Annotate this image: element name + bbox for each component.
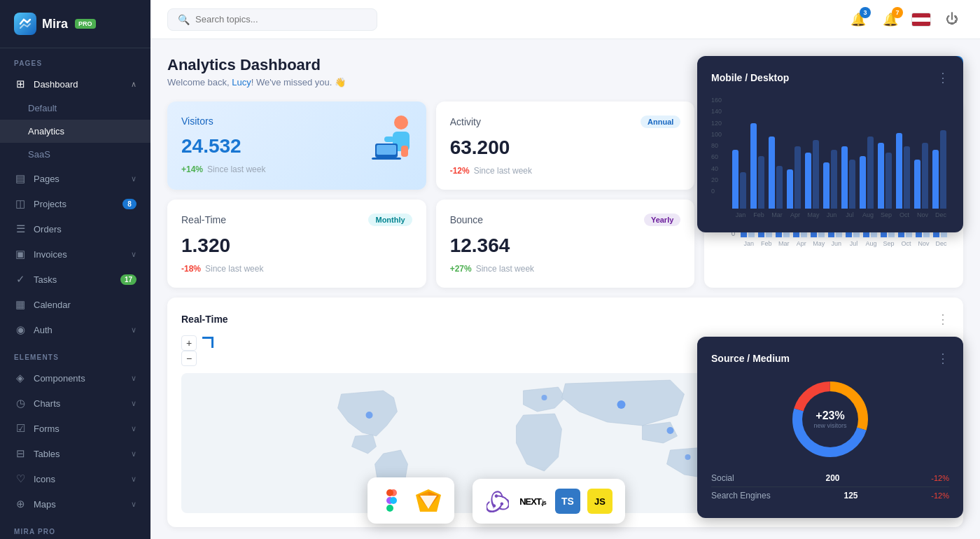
svg-point-17 [386,489,393,496]
realtime-change: -18% Since last week [181,264,412,274]
source-social-name: Social [711,473,734,483]
language-flag[interactable] [911,13,931,27]
chevron-tables-icon: ∨ [131,449,136,458]
sidebar-label-invoices: Invoices [34,249,67,260]
svg-point-19 [390,497,397,504]
realtime-card: Real-Time Monthly 1.320 -18% Since last … [167,200,426,288]
svg-point-10 [685,454,691,460]
elements-section-label: ELEMENTS [0,342,150,365]
svg-point-0 [394,115,408,130]
sidebar-item-dashboard[interactable]: ⊞ Dashboard ∧ [0,71,150,97]
calendar-icon: ▦ [14,298,27,311]
sidebar-label-auth: Auth [34,325,52,335]
dark-bar-light-6 [849,160,855,209]
sidebar-item-pages[interactable]: ▤ Pages ∨ [0,166,150,191]
map-title: Real-Time [181,314,228,325]
tech-logos-card-1 [368,477,454,524]
donut-inner: +23% new visitors [802,391,858,447]
dark-bar-dark-2 [769,136,775,209]
sidebar-sub-label-saas: SaaS [28,149,50,160]
dark-bar-group-4 [805,140,822,209]
pages-icon: ▤ [14,172,27,185]
map-zoom-in[interactable]: + [181,335,197,351]
dark-bar-group-3 [787,146,804,209]
x-axis-labels: JanFebMarAprMayJunJulAugSepOctNovDec [741,240,949,247]
sidebar-item-default[interactable]: Default [0,97,150,120]
dark-bar-light-10 [922,143,928,209]
map-flag-indicator [202,337,214,348]
chevron-auth-icon: ∨ [131,326,136,335]
notifications-button[interactable]: 🔔 3 [847,8,869,31]
sidebar-item-orders[interactable]: ☰ Orders [0,216,150,241]
activity-value: 63.200 [450,136,681,159]
activity-card: Activity Annual 63.200 -12% Since last w… [436,102,695,190]
sidebar-label-tables: Tables [34,449,60,459]
orders-icon: ☰ [14,223,27,235]
dark-y-axis: 160 140 120 100 80 60 40 20 0 [711,97,722,195]
maps-icon: ⊕ [14,498,27,510]
content-area: Analytics Dashboard Welcome back, Lucy! … [150,39,980,539]
source-item-social: Social 200 -12% [711,470,949,487]
pages-section-label: PAGES [0,48,150,71]
sidebar-item-invoices[interactable]: ▣ Invoices ∨ [0,241,150,267]
dark-bar-group-1 [750,123,767,209]
mobile-desktop-dark-card: Mobile / Desktop ⋮ 160 140 120 100 80 60… [697,56,963,232]
mirapro-section-label: MIRA PRO [0,517,150,539]
sidebar-item-saas[interactable]: SaaS [0,143,150,166]
dark-bar-dark-0 [732,150,738,209]
source-search-change: -12% [931,491,949,500]
dark-x-label-1: Feb [750,211,767,218]
bounce-change-pct: +27% [450,264,472,274]
source-medium-title: Source / Medium [711,353,790,364]
dark-bar-chart: 160 140 120 100 80 60 40 20 0 [711,97,949,209]
search-box[interactable]: 🔍 [167,8,377,31]
dark-x-label-4: May [805,211,822,218]
sidebar-logo[interactable]: Mira PRO [0,0,150,48]
sidebar-sub-label-analytics: Analytics [28,126,64,136]
dark-bar-dark-9 [896,133,902,209]
sidebar-item-calendar[interactable]: ▦ Calendar [0,292,150,317]
power-button[interactable]: ⏻ [941,8,963,31]
main-content: 🔍 🔔 3 🔔 7 ⏻ Analytics Dashboard [150,0,980,539]
sidebar-item-components[interactable]: ◈ Components ∨ [0,365,150,391]
svg-point-7 [366,412,373,419]
bounce-title: Bounce [450,214,483,225]
sidebar-item-maps[interactable]: ⊕ Maps ∨ [0,491,150,517]
x-label-0: Jan [741,240,757,247]
sidebar-item-projects[interactable]: ◫ Projects 8 [0,191,150,216]
dark-bar-dark-3 [787,169,793,209]
search-input[interactable] [195,14,367,24]
map-more-icon[interactable]: ⋮ [937,312,949,327]
dark-bar-light-2 [776,166,783,209]
logo-icon [14,13,36,35]
chevron-invoices-icon: ∨ [131,250,136,259]
sidebar-label-components: Components [34,373,85,384]
dark-bar-group-7 [860,136,876,209]
sidebar-item-tasks[interactable]: ✓ Tasks 17 [0,267,150,292]
sidebar-item-icons[interactable]: ♡ Icons ∨ [0,466,150,491]
svg-point-20 [386,505,393,512]
app-name: Mira [42,17,68,31]
chevron-maps-icon: ∨ [131,500,136,509]
sidebar-item-analytics[interactable]: Analytics [0,120,150,143]
visitors-change-label: Since last week [207,164,265,174]
sidebar-item-tables[interactable]: ⊟ Tables ∨ [0,441,150,466]
sidebar: Mira PRO PAGES ⊞ Dashboard ∧ Default Ana… [0,0,150,539]
dark-bar-dark-7 [860,156,866,209]
dark-bar-light-3 [794,146,801,209]
sidebar-item-auth[interactable]: ◉ Auth ∨ [0,317,150,342]
chevron-charts-icon: ∨ [131,399,136,408]
top-header: 🔍 🔔 3 🔔 7 ⏻ [150,0,980,39]
redux-logo [485,489,510,514]
auth-icon: ◉ [14,323,27,336]
source-more-icon[interactable]: ⋮ [937,351,949,366]
sidebar-item-forms[interactable]: ☑ Forms ∨ [0,416,150,441]
dark-bar-dark-5 [823,162,830,209]
dark-chart-more-icon[interactable]: ⋮ [937,70,949,85]
x-label-3: Apr [793,240,809,247]
alerts-button[interactable]: 🔔 7 [879,8,902,31]
x-label-8: Sep [881,240,897,247]
sidebar-item-charts[interactable]: ◷ Charts ∨ [0,391,150,416]
svg-rect-5 [377,145,396,155]
map-zoom-out[interactable]: − [181,351,197,366]
